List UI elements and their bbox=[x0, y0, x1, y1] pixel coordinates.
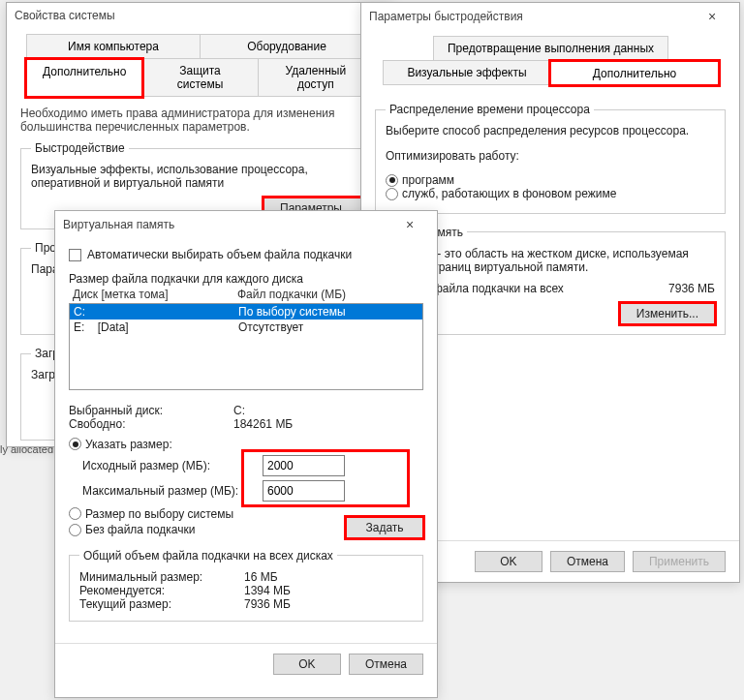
window-virtual-memory: Виртуальная память × Автоматически выбир… bbox=[54, 210, 438, 698]
selected-drive-value: C: bbox=[233, 404, 245, 417]
col-pagefile: Файл подкачки (МБ) bbox=[237, 288, 346, 301]
group-scheduling: Распределение времени процессора Выберит… bbox=[375, 103, 726, 214]
initial-size-label: Исходный размер (МБ): bbox=[82, 459, 257, 472]
legend-total-pf: Общий объем файла подкачки на всех диска… bbox=[79, 549, 337, 563]
min-size-label: Минимальный размер: bbox=[79, 570, 244, 584]
rec-size-label: Рекомендуется: bbox=[79, 584, 244, 597]
set-button[interactable]: Задать bbox=[346, 517, 423, 538]
selected-drive-label: Выбранный диск: bbox=[69, 404, 233, 417]
tab-advanced-perf[interactable]: Дополнительно bbox=[550, 61, 719, 85]
radio-custom-size[interactable]: Указать размер: bbox=[69, 438, 172, 451]
vmem-title: Виртуальная память bbox=[63, 218, 390, 231]
col-drive: Диск [метка тома] bbox=[73, 288, 237, 301]
tab-visual-effects[interactable]: Визуальные эффекты bbox=[383, 60, 551, 84]
sysprops-title: Свойства системы bbox=[15, 9, 385, 22]
cancel-button[interactable]: Отмена bbox=[550, 551, 625, 572]
group-total-pf: Общий объем файла подкачки на всех диска… bbox=[69, 549, 423, 622]
drive-list[interactable]: C: По выбору системы E: [Data] Отсутству… bbox=[69, 303, 423, 390]
initial-size-input[interactable] bbox=[263, 455, 345, 476]
cur-size-label: Текущий размер: bbox=[79, 597, 244, 611]
perfopts-title: Параметры быстродействия bbox=[369, 10, 693, 23]
ok-button[interactable]: OK bbox=[475, 551, 542, 572]
rec-size-value: 1394 МБ bbox=[244, 584, 291, 597]
tab-system-protection[interactable]: Защита системы bbox=[141, 58, 258, 96]
max-size-label: Максимальный размер (МБ): bbox=[82, 484, 257, 498]
scheduling-desc: Выберите способ распределения ресурсов п… bbox=[386, 124, 715, 137]
close-icon[interactable]: × bbox=[390, 217, 429, 232]
legend-performance: Быстродействие bbox=[31, 141, 129, 155]
tab-advanced[interactable]: Дополнительно bbox=[26, 59, 142, 97]
apply-button[interactable]: Применить bbox=[633, 551, 726, 572]
perdisk-label: Размер файла подкачки для каждого диска bbox=[69, 272, 423, 286]
close-icon[interactable]: × bbox=[693, 9, 731, 24]
tab-hardware[interactable]: Оборудование bbox=[200, 34, 374, 58]
vm-total-value: 7936 МБ bbox=[668, 282, 715, 295]
radio-programs[interactable]: программ bbox=[386, 173, 454, 187]
ok-button[interactable]: OK bbox=[273, 654, 341, 675]
tab-computer-name[interactable]: Имя компьютера bbox=[26, 34, 201, 58]
free-space-label: Свободно: bbox=[69, 417, 233, 431]
min-size-value: 16 МБ bbox=[244, 570, 278, 584]
vm-change-button[interactable]: Изменить... bbox=[620, 303, 715, 324]
admin-note: Необходимо иметь права администратора дл… bbox=[20, 107, 379, 134]
cur-size-value: 7936 МБ bbox=[244, 597, 291, 611]
cancel-button[interactable]: Отмена bbox=[349, 654, 423, 675]
performance-desc: Визуальные эффекты, использование процес… bbox=[31, 163, 368, 190]
radio-system-managed[interactable]: Размер по выбору системы bbox=[69, 507, 233, 521]
list-item[interactable]: E: [Data] Отсутствует bbox=[70, 320, 422, 335]
tab-remote[interactable]: Удаленный доступ bbox=[258, 58, 374, 96]
max-size-input[interactable] bbox=[263, 480, 345, 502]
checkbox-auto-manage[interactable]: Автоматически выбирать объем файла подка… bbox=[69, 248, 352, 261]
radio-no-pagefile[interactable]: Без файла подкачки bbox=[69, 523, 195, 536]
radio-services[interactable]: служб, работающих в фоновом режиме bbox=[386, 187, 616, 200]
optimize-label: Оптимизировать работу: bbox=[386, 149, 715, 163]
list-item[interactable]: C: По выбору системы bbox=[70, 304, 422, 320]
tab-dep[interactable]: Предотвращение выполнения данных bbox=[433, 36, 668, 60]
legend-scheduling: Распределение времени процессора bbox=[386, 103, 594, 116]
free-space-value: 184261 МБ bbox=[233, 417, 293, 431]
